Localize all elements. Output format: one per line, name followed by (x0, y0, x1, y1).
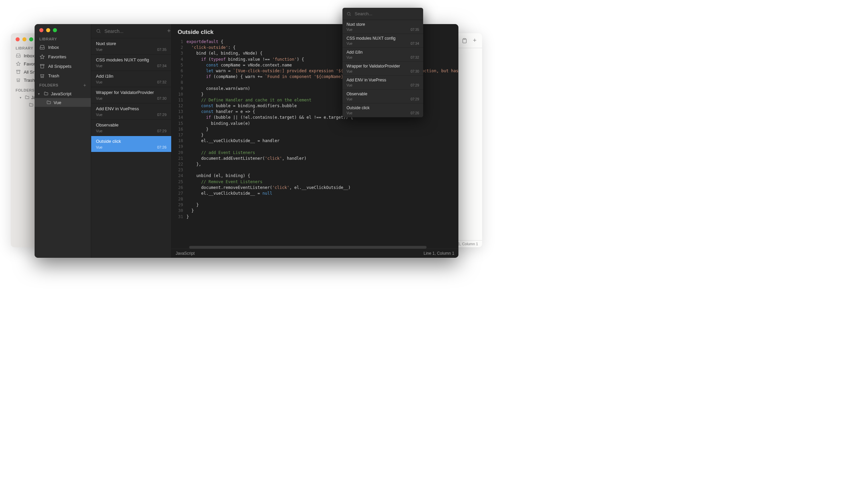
svg-line-8 (350, 14, 351, 16)
popup-item-title: Observable (347, 92, 419, 96)
trash-icon (16, 77, 21, 83)
dark-sidebar: LIBRARY Inbox Favorites All Snippets Tra… (34, 24, 91, 258)
horizontal-scrollbar[interactable] (189, 246, 426, 249)
inbox-icon (16, 53, 21, 58)
folder-icon (46, 100, 52, 105)
add-snippet-button[interactable]: + (167, 28, 171, 34)
search-icon (96, 29, 101, 33)
popup-item-title: Nuxt store (347, 22, 419, 27)
maximize-icon[interactable] (53, 28, 57, 32)
folder-icon (24, 95, 30, 100)
snippet-item[interactable]: Nuxt store Vue07:35 (91, 38, 171, 54)
popup-item-time: 07:34 (411, 42, 419, 45)
nav-label: Favorites (48, 54, 66, 59)
folders-label: FOLDERS (39, 83, 58, 87)
snippet-item[interactable]: Add ENV in VuePress Vue07:29 (91, 103, 171, 120)
svg-marker-3 (40, 54, 44, 59)
nav-label: Inbox (24, 53, 34, 58)
nav-label: All Snippets (48, 64, 72, 69)
snippet-time: 07:35 (157, 48, 166, 52)
search-popup: Nuxt store Vue07:35CSS modules NUXT conf… (342, 8, 423, 117)
svg-point-5 (97, 30, 100, 33)
sidebar-item-trash[interactable]: Trash (34, 71, 91, 80)
editor-status-bar: JavaScript Line 1, Column 1 (172, 249, 458, 258)
snippet-time: 07:26 (157, 145, 166, 149)
sidebar-item-inbox[interactable]: Inbox (34, 42, 91, 52)
popup-item-tag: Vue (347, 83, 352, 87)
snippet-title: Observable (96, 122, 166, 127)
snippet-title: Add ENV in VuePress (96, 106, 166, 111)
snippet-item[interactable]: Observable Vue07:29 (91, 120, 171, 136)
popup-result-item[interactable]: Observable Vue07:29 (342, 90, 423, 103)
folder-item-vue[interactable]: Vue (34, 98, 91, 107)
language-indicator[interactable]: JavaScript (176, 251, 195, 256)
inbox-icon (39, 44, 45, 50)
popup-result-item[interactable]: CSS modules NUXT config Vue07:34 (342, 34, 423, 48)
snippet-time: 07:34 (157, 64, 166, 68)
popup-item-tag: Vue (347, 55, 352, 59)
traffic-lights[interactable] (34, 24, 91, 35)
maximize-icon[interactable] (29, 37, 33, 41)
svg-point-7 (347, 12, 350, 15)
archive-icon (16, 69, 21, 75)
nav-label: Trash (24, 78, 35, 83)
snippet-tag: Vue (96, 113, 102, 117)
minimize-icon[interactable] (46, 28, 50, 32)
snippet-tag: Vue (96, 129, 102, 133)
snippet-tag: Vue (96, 48, 102, 52)
popup-result-item[interactable]: Outside click Vue07:26 (342, 103, 423, 117)
snippet-search-bar: + (91, 24, 171, 38)
plus-icon[interactable]: + (472, 38, 477, 43)
popup-result-item[interactable]: Add i18n Vue07:32 (342, 48, 423, 62)
popup-item-tag: Vue (347, 28, 352, 32)
add-folder-button[interactable]: + (83, 82, 86, 88)
snippet-title: CSS modules NUXT config (96, 57, 166, 62)
clipboard-icon[interactable] (462, 38, 467, 43)
chevron-down-icon: ▾ (38, 92, 41, 96)
popup-item-time: 07:26 (411, 111, 419, 115)
library-label: LIBRARY (34, 35, 91, 42)
snippet-tag: Vue (96, 145, 102, 149)
cursor-position: Line 1, Column 1 (423, 251, 454, 256)
svg-rect-4 (40, 64, 44, 65)
archive-icon (39, 63, 45, 69)
popup-item-tag: Vue (347, 111, 352, 115)
close-icon[interactable] (39, 28, 43, 32)
chevron-down-icon: ▾ (20, 96, 23, 99)
popup-item-tag: Vue (347, 70, 352, 73)
popup-result-item[interactable]: Nuxt store Vue07:35 (342, 20, 423, 34)
folder-icon (29, 102, 34, 107)
popup-result-item[interactable]: Add ENV in VuePress Vue07:29 (342, 76, 423, 90)
folder-icon (43, 91, 49, 96)
snippet-item[interactable]: Wrapper for ValidatorProvider Vue07:30 (91, 87, 171, 103)
snippet-tag: Vue (96, 96, 102, 100)
snippet-title: Outside click (96, 139, 166, 144)
snippet-item[interactable]: Add i18n Vue07:32 (91, 71, 171, 87)
popup-item-title: Add i18n (347, 50, 419, 54)
line-gutter: 1234567891011121314151617181920212223242… (172, 39, 186, 249)
svg-rect-2 (464, 38, 465, 39)
close-icon[interactable] (16, 37, 20, 41)
snippet-title: Add i18n (96, 74, 166, 79)
popup-item-tag: Vue (347, 98, 352, 101)
folder-item-javascript[interactable]: ▾ JavaScript (34, 89, 91, 98)
nav-label: Inbox (48, 45, 59, 50)
search-input[interactable] (104, 29, 164, 34)
nav-label: Trash (48, 73, 59, 78)
snippet-item[interactable]: Outside click Vue07:26 (91, 136, 171, 152)
sidebar-item-favorites[interactable]: Favorites (34, 52, 91, 61)
popup-item-time: 07:30 (411, 70, 419, 73)
folder-label: JavaScript (51, 91, 72, 96)
search-icon (347, 11, 351, 16)
snippet-list: + Nuxt store Vue07:35CSS modules NUXT co… (91, 24, 172, 258)
popup-search-input[interactable] (355, 11, 419, 16)
sidebar-item-all-snippets[interactable]: All Snippets (34, 61, 91, 71)
snippet-time: 07:32 (157, 80, 166, 84)
snippet-title: Wrapper for ValidatorProvider (96, 90, 166, 95)
popup-result-item[interactable]: Wrapper for ValidatorProvider Vue07:30 (342, 62, 423, 76)
snippet-tag: Vue (96, 80, 102, 84)
snippet-item[interactable]: CSS modules NUXT config Vue07:34 (91, 54, 171, 71)
snippet-title: Nuxt store (96, 41, 166, 46)
popup-item-time: 07:29 (411, 83, 419, 87)
minimize-icon[interactable] (22, 37, 27, 41)
